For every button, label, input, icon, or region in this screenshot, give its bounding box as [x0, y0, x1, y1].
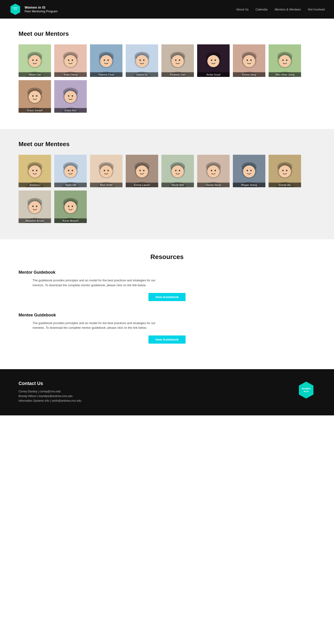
person-avatar: [126, 44, 158, 77]
svg-point-112: [207, 166, 219, 178]
mentees-grid: Jessica LiTaylor HillAlice SmithEmma Lau…: [18, 155, 316, 223]
mentor-guidebook-button[interactable]: View Guidebook: [149, 293, 185, 301]
mentee-guidebook-heading: Mentee Guidebook: [18, 313, 316, 318]
svg-point-105: [172, 166, 184, 178]
svg-point-99: [139, 170, 141, 171]
svg-point-28: [136, 55, 148, 67]
svg-point-14: [64, 55, 77, 67]
svg-point-29: [139, 60, 141, 61]
nav-link-get-involved[interactable]: Get Involved: [308, 8, 325, 11]
list-item[interactable]: Allison Cao: [18, 44, 51, 77]
mentee-guidebook-description: The guidebook provides principles and an…: [32, 321, 162, 330]
person-name-label: Grace Kim: [54, 108, 87, 113]
footer-left: Contact Us Correy Dandoy | correy@cmu.ed…: [18, 381, 81, 404]
list-item[interactable]: Grace Kim: [54, 80, 87, 113]
mentor-guidebook-description: The guidebook provides principles and an…: [32, 278, 162, 288]
svg-point-98: [136, 166, 148, 178]
list-item[interactable]: Clarice Du: [126, 44, 158, 77]
svg-point-134: [32, 206, 34, 207]
person-name-label: Taylor Hill: [54, 182, 87, 187]
person-avatar: [54, 190, 87, 223]
svg-point-113: [211, 170, 212, 171]
mentors-heading: Meet our Mentors: [18, 30, 316, 38]
person-name-label: Amita Goyal: [197, 72, 230, 77]
mentee-guidebook-button[interactable]: View Guidebook: [149, 336, 185, 344]
mentees-heading: Meet our Mentees: [18, 140, 316, 148]
person-avatar: [18, 44, 51, 77]
list-item[interactable]: Emma Lauren: [126, 155, 158, 187]
person-avatar: [162, 155, 194, 187]
svg-point-42: [207, 55, 219, 67]
svg-point-121: [250, 170, 252, 171]
svg-point-30: [143, 60, 145, 61]
svg-point-22: [104, 60, 105, 61]
svg-point-85: [68, 170, 69, 171]
person-name-label: Anita Cheng: [54, 72, 87, 77]
list-item[interactable]: Grace Joseph: [18, 80, 51, 113]
svg-point-128: [286, 170, 287, 171]
person-avatar: [233, 44, 265, 77]
site-title-line2: Peer Mentoring Program: [24, 10, 57, 14]
list-item[interactable]: Madeline Brown: [18, 190, 51, 223]
nav-link-about[interactable]: About Us: [236, 8, 248, 11]
list-item[interactable]: Anita Cheng: [54, 44, 87, 77]
person-name-label: Emmie Wu: [269, 182, 301, 187]
mentors-grid: Allison CaoAnita ChengSabrina ChuaClaric…: [18, 44, 316, 113]
list-item[interactable]: Amita Goyal: [197, 44, 230, 77]
list-item[interactable]: Emmie Wu: [269, 155, 301, 187]
list-item[interactable]: Kimberly Gao: [162, 44, 194, 77]
person-avatar: [18, 80, 51, 113]
svg-text:IN IS: IN IS: [304, 390, 309, 393]
svg-point-106: [175, 170, 176, 171]
nav-link-mentors-mentees[interactable]: Mentors & Mentees: [275, 8, 301, 11]
person-avatar: [197, 155, 230, 187]
nav-links: About Us Calendar Mentors & Mentees Get …: [236, 8, 325, 11]
mentee-guidebook-section: Mentee Guidebook The guidebook provides …: [18, 313, 316, 344]
list-item[interactable]: Nicole Bell: [162, 155, 194, 187]
svg-point-49: [243, 55, 255, 67]
person-avatar: [54, 155, 87, 187]
navigation: WOMEN IN IS Women in IS Peer Mentoring P…: [0, 0, 334, 18]
list-item[interactable]: Taylor Hill: [54, 155, 87, 187]
svg-point-23: [107, 60, 109, 61]
nav-link-calendar[interactable]: Calendar: [256, 8, 268, 11]
list-item[interactable]: Megan Zhang: [233, 155, 265, 187]
svg-point-77: [29, 166, 41, 178]
person-avatar: [90, 155, 123, 187]
person-name-label: Allison Cao: [18, 72, 51, 77]
person-avatar: [197, 44, 230, 77]
footer-content: Contact Us Correy Dandoy | correy@cmu.ed…: [18, 381, 316, 404]
svg-point-140: [64, 201, 77, 213]
svg-point-133: [29, 201, 41, 213]
svg-point-72: [72, 95, 73, 97]
resources-section: Resources Mentor Guidebook The guidebook…: [0, 239, 334, 369]
footer-contact-2: Brandy Wilson | brandyw@andrew.cmu.edu: [18, 394, 81, 398]
svg-point-58: [286, 60, 287, 61]
svg-point-86: [72, 170, 73, 171]
person-avatar: [54, 80, 87, 113]
list-item[interactable]: Annie Mistash: [54, 190, 87, 223]
footer-logo: WOMEN IN IS: [297, 381, 316, 400]
list-item[interactable]: Wen Shan Jiang: [269, 44, 301, 77]
svg-point-141: [68, 206, 69, 207]
mentor-guidebook-heading: Mentor Guidebook: [18, 270, 316, 275]
site-title: Women in IS Peer Mentoring Program: [24, 5, 57, 14]
person-name-label: Emma Lauren: [126, 182, 158, 187]
list-item[interactable]: Jessica Li: [18, 155, 51, 187]
svg-point-70: [64, 91, 77, 103]
resources-heading: Resources: [18, 253, 316, 261]
svg-point-91: [100, 166, 112, 178]
svg-point-51: [250, 60, 252, 61]
list-item[interactable]: Alice Smith: [90, 155, 123, 187]
svg-point-135: [36, 206, 37, 207]
svg-point-57: [282, 60, 284, 61]
list-item[interactable]: Emma Jiang: [233, 44, 265, 77]
list-item[interactable]: Denise Xiong: [197, 155, 230, 187]
person-name-label: Madeline Brown: [18, 218, 51, 223]
person-avatar: [269, 155, 301, 187]
logo-hex-icon: WOMEN IN IS: [9, 3, 21, 15]
svg-text:WOMEN: WOMEN: [12, 7, 18, 8]
list-item[interactable]: Sabrina Chua: [90, 44, 123, 77]
mentor-guidebook-section: Mentor Guidebook The guidebook provides …: [18, 270, 316, 301]
svg-point-35: [172, 55, 184, 67]
